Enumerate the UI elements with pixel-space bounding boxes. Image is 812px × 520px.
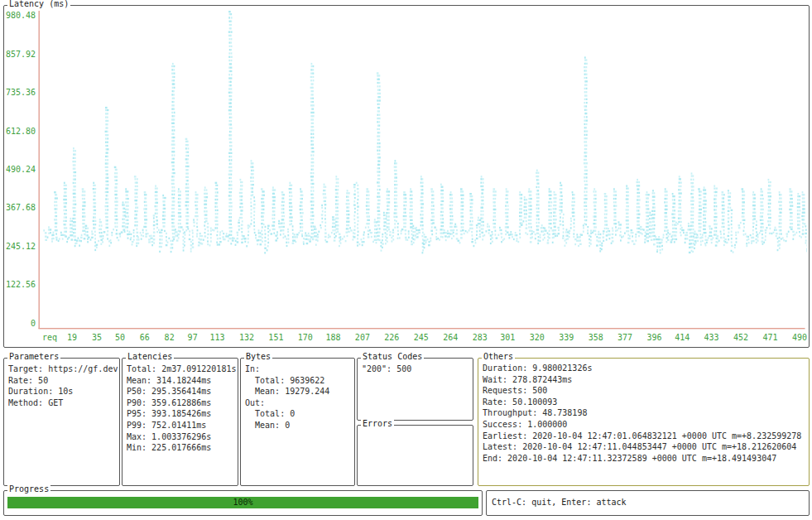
x-tick-label: 66 <box>140 333 150 342</box>
x-tick-label: 490 <box>792 333 807 342</box>
panel-line: Duration: 10s <box>8 386 118 397</box>
x-tick-label: 170 <box>298 333 313 342</box>
y-tick-label: 0 <box>31 319 36 328</box>
y-tick-label: 245.12 <box>6 242 36 251</box>
x-tick-label: 301 <box>500 333 515 342</box>
x-tick-label: 50 <box>115 333 125 342</box>
latencies-title: Latencies <box>126 352 174 361</box>
panel-line: Out: <box>245 397 353 409</box>
chart-axes <box>39 11 805 329</box>
x-tick-label: 283 <box>473 333 488 342</box>
x-tick-label: 396 <box>647 333 662 342</box>
panel-line: Wait: 278.872443ms <box>483 374 807 386</box>
x-tick-label: 35 <box>92 333 102 342</box>
x-tick-label: 433 <box>704 333 719 342</box>
y-tick-label: 122.56 <box>6 280 36 289</box>
x-tick-label: 188 <box>325 333 340 342</box>
status-codes-title: Status Codes <box>361 352 424 361</box>
panel-line: Success: 1.000000 <box>483 419 807 431</box>
bytes-panel: Bytes In: Total: 9639622 Mean: 19279.244… <box>240 358 355 486</box>
panel-line: Duration: 9.980021326s <box>483 363 807 374</box>
x-tick-label: 264 <box>443 333 458 342</box>
x-tick-label: 471 <box>762 333 777 342</box>
status-codes-panel: Status Codes "200": 500 <box>357 358 473 421</box>
errors-panel: Errors <box>357 425 473 486</box>
x-tick-label: 19 <box>67 333 77 342</box>
progress-percent-label: 100% <box>7 498 478 507</box>
y-tick-label: 490.24 <box>6 165 36 174</box>
panel-line: Mean: 0 <box>245 420 353 431</box>
x-tick-label: 226 <box>384 333 399 342</box>
bytes-lines: In: Total: 9639622 Mean: 19279.244Out: T… <box>245 364 353 431</box>
y-tick-label: 735.36 <box>6 88 36 97</box>
y-tick-label: 367.68 <box>6 203 36 212</box>
x-tick-label: 207 <box>355 333 370 342</box>
panel-line: Throughput: 48.738198 <box>483 407 807 419</box>
panel-line: Min: 225.017666ms <box>127 442 236 454</box>
panel-line: P90: 359.612886ms <box>127 397 236 409</box>
x-tick-label: 452 <box>733 333 748 342</box>
terminal-screen[interactable]: { "chart_data": { "type": "scatter", "ti… <box>0 0 812 520</box>
x-tick-label: 377 <box>617 333 632 342</box>
parameters-lines: Target: https://gf.devRate: 50Duration: … <box>8 364 118 408</box>
parameters-panel: Parameters Target: https://gf.devRate: 5… <box>3 358 120 486</box>
panel-line: Rate: 50.100093 <box>483 397 807 408</box>
x-tick-label: 414 <box>675 333 689 342</box>
panel-line: P95: 393.185426ms <box>127 408 236 420</box>
panel-line: Rate: 50 <box>8 375 118 387</box>
panel-line: P50: 295.356414ms <box>127 386 236 397</box>
x-tick-label: 151 <box>268 333 283 342</box>
keybindings-text: Ctrl-C: quit, Enter: attack <box>492 498 627 507</box>
x-tick-label: 320 <box>530 333 545 342</box>
panel-line: P99: 752.01411ms <box>127 420 236 431</box>
latency-chart: 980.48857.92735.36612.80490.24367.68245.… <box>4 6 807 344</box>
latency-points-layer <box>43 11 807 254</box>
y-tick-label: 612.80 <box>6 127 36 136</box>
y-tick-label: 980.48 <box>6 11 36 20</box>
latencies-panel: Latencies Total: 2m37.091220181sMean: 31… <box>122 358 238 486</box>
x-tick-label: 82 <box>165 333 175 342</box>
panel-line: Latest: 2020-10-04 12:47:11.044853447 +0… <box>483 441 807 453</box>
panel-line: In: <box>245 364 353 375</box>
panel-line: Max: 1.003376296s <box>127 431 236 443</box>
panel-line: Mean: 19279.244 <box>245 386 353 397</box>
x-tick-label: 339 <box>559 333 574 342</box>
panel-line: Total: 2m37.091220181s <box>127 364 236 375</box>
others-title: Others <box>482 352 515 361</box>
others-panel: Others Duration: 9.980021326sWait: 278.8… <box>478 358 810 486</box>
panel-line: "200": 500 <box>362 364 471 375</box>
x-axis-label: req <box>42 333 57 342</box>
panel-line: Total: 0 <box>245 408 353 420</box>
errors-title: Errors <box>361 419 394 428</box>
bytes-title: Bytes <box>244 352 272 361</box>
others-lines: Duration: 9.980021326sWait: 278.872443ms… <box>483 363 807 464</box>
keybindings-panel: Ctrl-C: quit, Enter: attack <box>486 490 810 516</box>
panel-line: Total: 9639622 <box>245 375 353 387</box>
x-tick-label: 245 <box>414 333 429 342</box>
latency-chart-panel: Latency (ms) 980.48857.92735.36612.80490… <box>3 5 810 348</box>
x-tick-label: 97 <box>188 333 198 342</box>
latencies-lines: Total: 2m37.091220181sMean: 314.18244msP… <box>127 364 236 454</box>
progress-bar: 100% <box>7 497 478 508</box>
progress-title: Progress <box>7 484 50 494</box>
x-tick-label: 358 <box>589 333 603 342</box>
panel-line: Mean: 314.18244ms <box>127 375 236 387</box>
x-tick-label: 113 <box>209 333 224 342</box>
y-tick-label: 857.92 <box>6 50 36 59</box>
progress-panel: Progress 100% <box>3 490 483 516</box>
status-codes-lines: "200": 500 <box>362 364 471 375</box>
panel-line: End: 2020-10-04 12:47:11.32372589 +0000 … <box>483 453 807 465</box>
panel-line: Method: GET <box>8 397 118 409</box>
parameters-title: Parameters <box>7 352 60 361</box>
x-tick-label: 132 <box>239 333 254 342</box>
panel-line: Requests: 500 <box>483 385 807 397</box>
panel-line: Target: https://gf.dev <box>8 364 118 375</box>
latency-chart-title: Latency (ms) <box>7 0 70 8</box>
panel-line: Earliest: 2020-10-04 12:47:01.064832121 … <box>483 431 807 442</box>
